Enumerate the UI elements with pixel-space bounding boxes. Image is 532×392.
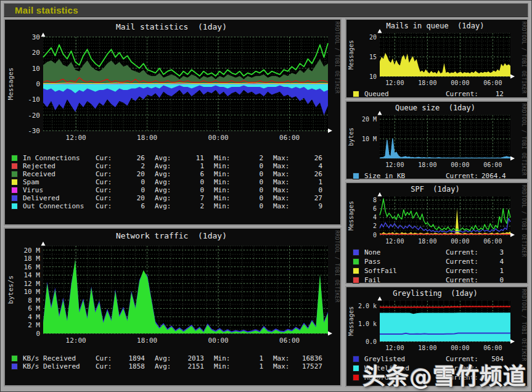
panel-network-traffic: 20 M18 M16 M14 M12 M10 M8 M6 M4 M2 M012:…: [4, 227, 342, 386]
watermark: 头条@雪竹频道: [362, 358, 526, 391]
legend-swatch: [353, 173, 359, 179]
stat-label: Avg:: [155, 154, 177, 162]
stat-label: Max:: [273, 162, 295, 170]
stat-label: Cur:: [96, 170, 118, 178]
stat-value: 16836: [295, 354, 322, 362]
svg-text:0: 0: [36, 330, 40, 338]
rrdtool-branding: RRDTOOL / TOBI OETIKER: [334, 231, 340, 303]
svg-text:00:00: 00:00: [451, 80, 469, 86]
svg-text:4: 4: [373, 214, 377, 221]
current-value: 2064.4: [481, 172, 504, 180]
svg-text:Mails in queue (1day): Mails in queue (1day): [387, 22, 485, 30]
legend-swatch: [11, 195, 18, 202]
legend-label: Queued: [364, 90, 446, 98]
stat-value: 1: [295, 178, 322, 186]
stat-value: 2: [118, 162, 145, 170]
svg-text:06:00: 06:00: [483, 345, 502, 351]
rrdtool-branding: RRDTOOL / TOBI OETIKER: [521, 22, 526, 94]
stat-label: Min:: [214, 186, 236, 194]
stat-label: Min:: [214, 178, 236, 186]
rrdtool-branding: RRDTOOL / TOBI OETIKER: [521, 104, 526, 176]
svg-text:10 M: 10 M: [24, 288, 41, 296]
stat-label: Avg:: [155, 362, 177, 370]
legend-swatch: [11, 203, 18, 210]
current-value: 1: [481, 267, 504, 275]
svg-text:20 M: 20 M: [362, 116, 377, 123]
stat-label: Avg:: [155, 354, 177, 362]
current-label: Current:: [446, 267, 481, 275]
current-value: 12: [481, 90, 504, 98]
svg-text:12:00: 12:00: [385, 345, 404, 351]
legend-swatch: [353, 365, 359, 372]
stat-label: Max:: [273, 194, 295, 202]
legend-label: Spam: [23, 178, 96, 186]
stat-value: 2013: [177, 354, 204, 362]
stat-value: 0: [236, 186, 263, 194]
legend-row: KB/s DeliveredCur:1858Avg:2151Min:1Max:1…: [5, 362, 340, 370]
panel-mail-statistics: 3020100-10-20-3012:0018:0000:0006:00Mail…: [4, 18, 342, 226]
stat-value: 0: [236, 202, 263, 210]
legend-swatch: [11, 163, 18, 169]
legend-row: Out ConnectionsCur:6Avg:2Min:0Max:9: [5, 202, 340, 210]
rrdtool-branding: RRDTOOL / TOBI OETIKER: [521, 289, 526, 361]
svg-text:12:00: 12:00: [66, 134, 86, 142]
svg-text:bytes: bytes: [348, 128, 354, 146]
legend-row: Size in KBCurrent:2064.4: [346, 171, 527, 181]
svg-text:18:00: 18:00: [418, 345, 436, 351]
left-column: 3020100-10-20-3012:0018:0000:0006:00Mail…: [4, 18, 342, 387]
stat-value: 0: [236, 162, 263, 170]
stat-value: 4: [295, 162, 322, 170]
stat-label: Max:: [273, 202, 295, 210]
legend-label: Rejected: [23, 162, 96, 170]
window-titlebar[interactable]: Mail statistics: [4, 3, 528, 17]
svg-text:8 M: 8 M: [28, 296, 40, 304]
svg-text:12:00: 12:00: [385, 238, 404, 245]
svg-text:1.0 k: 1.0 k: [358, 321, 377, 327]
legend-label: None: [364, 248, 446, 256]
stat-label: Min:: [214, 354, 236, 362]
current-label: Current:: [446, 248, 481, 256]
svg-text:06:00: 06:00: [483, 80, 502, 86]
legend-label: Out Connections: [23, 202, 96, 210]
svg-text:20: 20: [369, 34, 377, 41]
svg-text:14 M: 14 M: [24, 271, 41, 279]
stat-label: Avg:: [155, 202, 177, 210]
stat-label: Max:: [273, 170, 295, 178]
svg-text:18:00: 18:00: [418, 80, 436, 86]
svg-text:Mail statistics (1day): Mail statistics (1day): [116, 22, 227, 31]
legend-label: KB/s Delivered: [23, 362, 96, 370]
legend-swatch: [11, 187, 18, 194]
svg-text:06:00: 06:00: [279, 134, 300, 142]
svg-text:18:00: 18:00: [418, 238, 436, 245]
svg-text:18:00: 18:00: [137, 337, 157, 345]
stat-label: Cur:: [96, 354, 118, 362]
chart-greylisting: 2.0 k1.0 k0.012:0018:0000:0006:00Greylis…: [346, 287, 527, 354]
svg-text:0.0: 0.0: [366, 338, 377, 345]
legend-row: PassCurrent:4: [346, 257, 527, 266]
stat-value: 20: [118, 194, 145, 202]
panel-mails-in-queue: 20151012:0018:0000:0006:00Mails in queue…: [345, 18, 528, 99]
stat-label: Min:: [214, 194, 236, 202]
stat-value: 11: [177, 154, 204, 162]
stat-label: Cur:: [96, 362, 118, 370]
legend-swatch: [353, 91, 359, 97]
stat-value: 1858: [118, 362, 145, 370]
stat-value: 0: [118, 186, 145, 194]
legend-queue-size: Size in KBCurrent:2064.4: [346, 171, 527, 181]
current-label: Current:: [446, 90, 481, 98]
stat-label: Avg:: [155, 170, 177, 178]
current-label: Current:: [446, 258, 481, 266]
stat-value: 20: [118, 170, 145, 178]
legend-row: SoftFailCurrent:1: [346, 266, 527, 276]
stat-value: 0: [118, 178, 145, 186]
svg-text:10 M: 10 M: [362, 136, 377, 142]
stat-label: Min:: [214, 362, 236, 370]
stat-value: 0: [177, 186, 204, 194]
current-label: Current:: [446, 172, 481, 180]
svg-text:15: 15: [369, 54, 377, 60]
stat-value: 0: [177, 178, 204, 186]
legend-swatch: [11, 155, 18, 161]
svg-text:20: 20: [32, 49, 40, 57]
legend-swatch: [353, 356, 359, 362]
legend-label: Virus: [23, 186, 96, 194]
